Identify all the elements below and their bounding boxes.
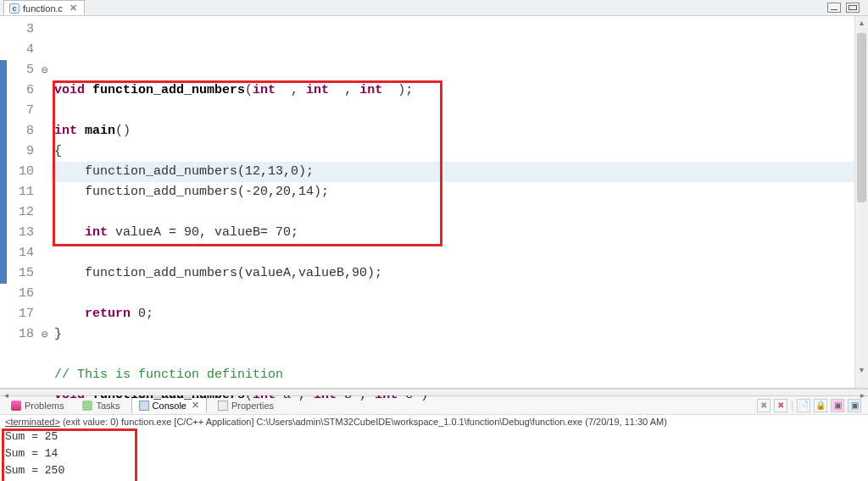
code-line[interactable]: int valueA = 90, valueB= 70; <box>51 223 854 243</box>
line-number: 18 <box>12 324 39 345</box>
line-number: 13 <box>12 223 39 243</box>
change-marker-gutter <box>0 16 12 388</box>
fold-marker <box>39 141 51 162</box>
code-line[interactable]: void function_add_numbers(int , int , in… <box>51 80 854 101</box>
code-line[interactable] <box>51 284 854 304</box>
fold-marker <box>39 19 51 40</box>
tab-filename: function.c <box>23 3 63 14</box>
line-number: 16 <box>12 284 39 304</box>
code-line[interactable]: } <box>51 324 854 345</box>
fold-marker <box>39 121 51 141</box>
fold-marker <box>39 284 51 304</box>
code-line[interactable] <box>51 202 854 223</box>
vertical-scrollbar[interactable]: ▴ ▾ <box>854 16 868 388</box>
line-number: 5 <box>12 60 39 80</box>
fold-marker <box>39 101 51 121</box>
pane-controls <box>827 3 868 13</box>
minimize-pane-button[interactable] <box>827 3 841 13</box>
console-output[interactable]: <terminated> (exit value: 0) function.ex… <box>0 415 868 481</box>
code-editor[interactable]: 3456789101112131415161718 ⊖⊖ void functi… <box>0 16 868 389</box>
scroll-left-icon[interactable]: ◂ <box>0 390 12 395</box>
scrollbar-thumb[interactable] <box>857 33 866 202</box>
line-number: 7 <box>12 101 39 121</box>
code-line[interactable]: // This is function definition <box>51 365 854 385</box>
fold-marker <box>39 40 51 60</box>
horizontal-scrollbar[interactable]: ◂ ▸ <box>0 389 868 395</box>
scroll-right-icon[interactable]: ▸ <box>856 390 868 395</box>
line-number: 10 <box>12 162 39 182</box>
line-number: 8 <box>12 121 39 141</box>
code-line[interactable]: function_add_numbers(-20,20,14); <box>51 182 854 202</box>
scroll-down-icon[interactable]: ▾ <box>855 365 868 374</box>
fold-marker <box>39 223 51 243</box>
code-line[interactable]: return 0; <box>51 304 854 324</box>
line-number-gutter: 3456789101112131415161718 <box>12 16 39 388</box>
editor-tab-function-c[interactable]: c function.c ✕ <box>3 0 85 15</box>
fold-gutter: ⊖⊖ <box>39 16 51 388</box>
code-line[interactable] <box>51 243 854 263</box>
maximize-pane-button[interactable] <box>846 3 860 13</box>
line-number: 6 <box>12 80 39 101</box>
code-line[interactable]: function_add_numbers(12,13,0); <box>51 162 854 182</box>
code-line[interactable]: function_add_numbers(valueA,valueB,90); <box>51 263 854 284</box>
fold-marker <box>39 162 51 182</box>
fold-marker <box>39 243 51 263</box>
code-line[interactable]: { <box>51 141 854 162</box>
fold-marker[interactable]: ⊖ <box>39 60 51 80</box>
line-number: 4 <box>12 40 39 60</box>
fold-marker <box>39 80 51 101</box>
code-line[interactable] <box>51 345 854 365</box>
terminated-line: <terminated> (exit value: 0) function.ex… <box>5 417 863 427</box>
fold-marker <box>39 263 51 284</box>
code-content[interactable]: void function_add_numbers(int , int , in… <box>51 16 854 388</box>
fold-marker <box>39 182 51 202</box>
scroll-up-icon[interactable]: ▴ <box>855 18 868 27</box>
editor-tab-bar: c function.c ✕ <box>0 0 868 16</box>
line-number: 11 <box>12 182 39 202</box>
console-line: Sum = 14 <box>5 445 863 462</box>
line-number: 12 <box>12 202 39 223</box>
fold-marker <box>39 202 51 223</box>
line-number: 14 <box>12 243 39 263</box>
code-line[interactable] <box>51 101 854 121</box>
console-line: Sum = 250 <box>5 462 863 479</box>
line-number: 9 <box>12 141 39 162</box>
problems-icon <box>11 401 21 411</box>
fold-marker[interactable]: ⊖ <box>39 324 51 345</box>
c-file-icon: c <box>9 3 19 14</box>
code-line[interactable]: int main() <box>51 121 854 141</box>
console-line: Sum = 25 <box>5 428 863 445</box>
line-number: 17 <box>12 304 39 324</box>
line-number: 15 <box>12 263 39 284</box>
fold-marker <box>39 304 51 324</box>
close-icon[interactable]: ✕ <box>70 3 77 14</box>
line-number: 3 <box>12 19 39 40</box>
